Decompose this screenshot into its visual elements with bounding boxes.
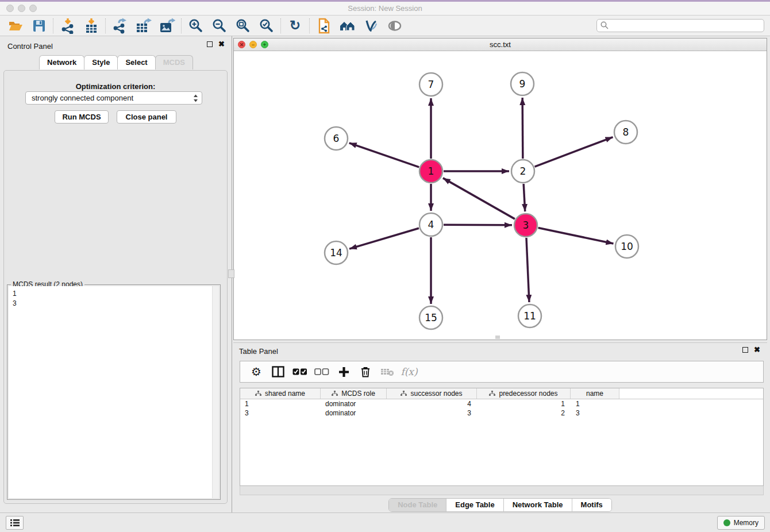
export-network-button[interactable]	[108, 17, 132, 35]
table-row[interactable]: 1 dominator 4 1 1	[240, 399, 763, 408]
column-header-shared-name[interactable]: shared name	[240, 388, 321, 399]
network-canvas[interactable]: 7968124314101511	[234, 51, 767, 340]
close-table-panel-icon[interactable]: ✖	[754, 347, 760, 353]
network-close-button[interactable]: ✕	[238, 41, 245, 48]
tab-network-table[interactable]: Network Table	[503, 499, 572, 511]
graph-node-label-14: 14	[330, 247, 342, 259]
cell-predecessor-nodes: 1	[477, 400, 571, 408]
result-scrollbar[interactable]	[212, 286, 219, 498]
mcds-result-group: MCDS result (2 nodes) 1 3	[7, 284, 221, 500]
tab-mcds[interactable]: MCDS	[155, 55, 193, 70]
column-header-successor-nodes[interactable]: successor nodes	[387, 388, 477, 399]
mcds-result-list[interactable]: 1 3	[9, 286, 219, 498]
gear-icon: ⚙	[251, 366, 261, 377]
close-panel-icon[interactable]: ✖	[218, 41, 225, 47]
column-header-mcds-role[interactable]: MCDS role	[321, 388, 387, 399]
run-mcds-button[interactable]: Run MCDS	[55, 110, 109, 124]
zoom-out-button[interactable]	[207, 17, 231, 35]
network-maximize-button[interactable]: +	[261, 41, 268, 48]
network-window-titlebar[interactable]: ✕ − + scc.txt	[234, 38, 767, 51]
import-network-button[interactable]	[56, 17, 79, 35]
cell-successor-nodes: 3	[387, 409, 477, 417]
zoom-selected-button[interactable]	[255, 17, 278, 35]
zoom-in-button[interactable]	[184, 17, 207, 35]
import-table-button[interactable]	[79, 17, 103, 35]
table-horizontal-scrollbar[interactable]	[240, 486, 764, 495]
open-file-button[interactable]	[3, 17, 27, 35]
graph-edge-4-14[interactable]	[349, 228, 419, 249]
delete-table-button[interactable]	[376, 363, 398, 381]
graph-node-label-9: 9	[519, 78, 526, 90]
graph-edge-3-11[interactable]	[526, 238, 529, 302]
toggle-view-button[interactable]	[383, 17, 406, 35]
show-hide-graphics-button[interactable]	[359, 17, 383, 35]
save-session-button[interactable]	[27, 17, 51, 35]
close-panel-button[interactable]: Close panel	[117, 110, 176, 124]
table-tabs: Node TableEdge TableNetwork TableMotifs	[233, 498, 767, 512]
save-icon	[32, 19, 46, 33]
window-controls	[6, 5, 37, 12]
add-column-button[interactable]	[333, 363, 355, 381]
memory-button[interactable]: Memory	[717, 516, 765, 530]
function-builder-button[interactable]: f(x)	[398, 363, 420, 381]
tab-motifs[interactable]: Motifs	[572, 499, 611, 511]
maximize-window-button[interactable]	[29, 5, 37, 12]
export-image-button[interactable]	[155, 17, 179, 35]
network-graph: 7968124314101511	[234, 51, 767, 340]
refresh-icon: ↻	[290, 19, 301, 32]
optimization-criterion-select[interactable]: strongly connected component	[25, 91, 202, 105]
export-table-button[interactable]	[132, 17, 155, 35]
table-row[interactable]: 3 dominator 3 2 3	[240, 408, 763, 418]
task-history-button[interactable]	[6, 516, 24, 530]
select-all-button[interactable]	[289, 363, 311, 381]
window-title: Session: New Session	[0, 0, 770, 17]
graph-edge-3-10[interactable]	[538, 228, 614, 244]
graph-edge-2-3[interactable]	[523, 184, 525, 211]
node-table[interactable]: shared name MCDS role successor nodes pr…	[240, 388, 764, 486]
table-header-row: shared name MCDS role successor nodes pr…	[240, 388, 763, 399]
minimize-window-button[interactable]	[18, 5, 25, 12]
graph-node-label-8: 8	[623, 126, 629, 138]
network-minimize-button[interactable]: −	[249, 41, 257, 48]
trash-icon	[360, 366, 371, 377]
cell-predecessor-nodes: 2	[477, 409, 571, 417]
network-view-window: ✕ − + scc.txt 7968124314101511	[233, 38, 767, 340]
main-toolbar: ↻	[0, 16, 770, 36]
deselect-all-button[interactable]	[311, 363, 333, 381]
panel-splitter-handle[interactable]	[228, 269, 234, 278]
graph-edge-4-3[interactable]	[444, 225, 512, 225]
graph-edge-1-6[interactable]	[349, 143, 419, 167]
cell-successor-nodes: 4	[387, 400, 477, 408]
tree-icon	[401, 391, 407, 396]
cell-shared-name: 3	[240, 409, 321, 417]
window-top-edge	[0, 0, 770, 2]
graph-edge-2-8[interactable]	[535, 137, 613, 167]
memory-label: Memory	[734, 519, 759, 527]
refresh-button[interactable]: ↻	[283, 17, 307, 35]
float-panel-icon[interactable]	[207, 41, 213, 47]
column-header-predecessor-nodes[interactable]: predecessor nodes	[477, 388, 571, 399]
table-settings-button[interactable]: ⚙	[245, 363, 267, 381]
graph-edge-3-1[interactable]	[443, 178, 515, 219]
tab-select[interactable]: Select	[117, 55, 155, 70]
graph-node-label-3: 3	[523, 219, 529, 231]
tab-edge-table[interactable]: Edge Table	[446, 499, 503, 511]
search-input[interactable]	[596, 19, 764, 32]
tab-style[interactable]: Style	[84, 55, 118, 70]
home-button[interactable]	[336, 17, 359, 35]
tab-network[interactable]: Network	[39, 55, 84, 70]
tab-node-table[interactable]: Node Table	[389, 499, 446, 511]
network-from-selection-button[interactable]	[312, 17, 336, 35]
close-window-button[interactable]	[6, 5, 14, 12]
select-arrows-icon	[193, 94, 198, 103]
canvas-scroll-knob[interactable]	[495, 336, 500, 339]
desktop-area: ✕ − + scc.txt 7968124314101511	[233, 36, 770, 512]
delete-column-button[interactable]	[355, 363, 376, 381]
zoom-in-icon	[188, 18, 203, 33]
float-table-panel-icon[interactable]	[742, 347, 748, 353]
zoom-fit-button[interactable]	[231, 17, 255, 35]
column-layout-button[interactable]	[267, 363, 289, 381]
column-header-name[interactable]: name	[571, 388, 619, 399]
graph-edge-2-9[interactable]	[522, 98, 523, 159]
memory-status-icon	[723, 519, 730, 526]
